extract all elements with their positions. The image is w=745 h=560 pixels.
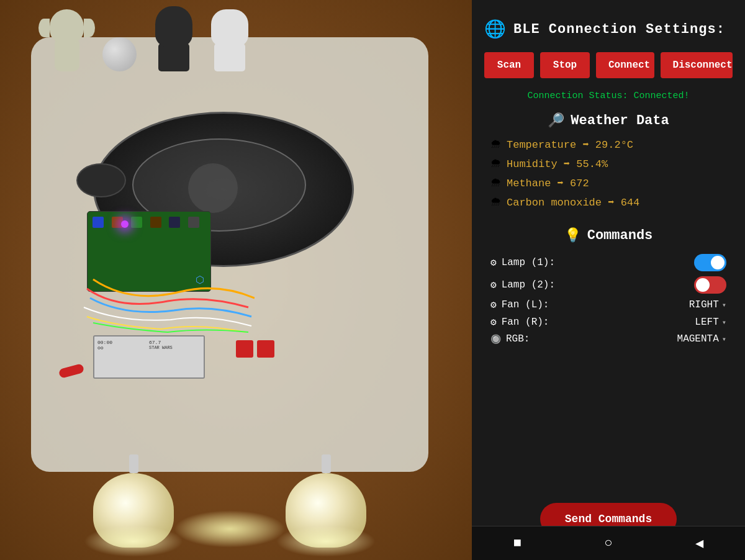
red-button-2	[257, 340, 274, 358]
scan-button[interactable]: Scan	[484, 52, 534, 78]
photo-background: ⬡ 00:00 67.7 ⊙⊙ STAR WARS	[0, 0, 472, 560]
methane-value: Methane ➡ 672	[507, 176, 589, 189]
fan-r-row: ⚙ Fan (R): LEFT ▾	[484, 316, 733, 328]
lamp-left	[93, 454, 174, 548]
fan-r-label: ⚙ Fan (R):	[490, 316, 549, 328]
ble-title: BLE Connection Settings:	[513, 22, 725, 37]
lamp-neck-left	[129, 454, 138, 473]
ble-header: 🌐 BLE Connection Settings:	[484, 19, 733, 40]
display-content: 00:00 67.7 ⊙⊙ STAR WARS	[94, 336, 204, 354]
photo-panel: ⬡ 00:00 67.7 ⊙⊙ STAR WARS	[0, 0, 472, 560]
weather-methane-row: 🌨 Methane ➡ 672	[484, 176, 733, 189]
weather-search-icon: 🔎	[548, 112, 564, 129]
display-cell-2: 67.7	[149, 340, 201, 345]
figurines-area	[50, 6, 248, 71]
display-cell-1: 00:00	[97, 340, 149, 345]
lamp1-label: ⚙ Lamp (1):	[490, 256, 555, 269]
yoda-body	[55, 40, 79, 71]
globe-icon: 🌐	[484, 19, 506, 40]
lamp1-toggle-track	[694, 254, 726, 271]
fan-l-label: ⚙ Fan (L):	[490, 299, 549, 311]
red-button-1	[236, 340, 253, 358]
stormtrooper-figure	[211, 9, 248, 71]
lamp-bulb-right	[286, 473, 366, 548]
purple-led	[121, 220, 129, 228]
rgb-dropdown[interactable]: MAGENTA ▾	[677, 333, 726, 345]
vader-figure	[155, 6, 192, 71]
wires-svg	[81, 273, 255, 335]
co-value: Carbon monoxide ➡ 644	[507, 196, 639, 209]
weather-co-row: 🌨 Carbon monoxide ➡ 644	[484, 196, 733, 209]
fan-r-dropdown[interactable]: LEFT ▾	[695, 317, 726, 328]
yoda-right-ear	[84, 19, 95, 37]
commands-title: Commands	[587, 228, 653, 243]
fan-l-row: ⚙ Fan (L): RIGHT ▾	[484, 299, 733, 311]
disconnect-button[interactable]: Disconnect	[661, 52, 733, 78]
lamp2-gear-icon: ⚙	[490, 279, 497, 291]
rgb-row: 🔘 RGB: MAGENTA ▾	[484, 333, 733, 345]
lamp1-gear-icon: ⚙	[490, 256, 497, 269]
rgb-label: 🔘 RGB:	[490, 333, 530, 345]
sphere-object	[102, 37, 137, 71]
lamp-right	[286, 454, 366, 548]
connect-button[interactable]: Connect	[596, 52, 654, 78]
stop-button[interactable]: Stop	[540, 52, 590, 78]
lamp1-text: Lamp (1):	[502, 257, 555, 268]
lamp2-toggle[interactable]	[694, 276, 726, 294]
component-1	[93, 217, 104, 228]
yoda-left-ear	[38, 19, 50, 37]
fan-l-gear-icon: ⚙	[490, 299, 497, 311]
fan-l-dropdown[interactable]: RIGHT ▾	[689, 299, 726, 310]
lamp-glow-left	[84, 526, 183, 557]
weather-humidity-row: 🌨 Humidity ➡ 55.4%	[484, 157, 733, 170]
lamp2-label: ⚙ Lamp (2):	[490, 279, 555, 291]
commands-header: 💡 Commands	[484, 227, 733, 244]
lamp2-text: Lamp (2):	[502, 279, 555, 291]
ble-control-panel: 🌐 BLE Connection Settings: Scan Stop Con…	[472, 0, 745, 560]
lamp-bulb-left	[93, 473, 174, 548]
component-6	[188, 217, 199, 228]
eink-display: 00:00 67.7 ⊙⊙ STAR WARS	[93, 335, 205, 379]
fan-r-text: Fan (R):	[502, 317, 549, 328]
rgb-dots-icon: 🔘	[490, 334, 501, 345]
weather-header: 🔎 Weather Data	[484, 112, 733, 129]
fan-r-chevron-icon: ▾	[722, 318, 726, 327]
component-4	[150, 217, 161, 228]
fan-r-gear-icon: ⚙	[490, 316, 497, 328]
component-3	[131, 217, 142, 228]
display-cell-4: STAR WARS	[149, 345, 201, 351]
nav-back-icon[interactable]: ◀	[695, 535, 703, 552]
wires-area	[81, 273, 255, 335]
temperature-icon: 🌨	[490, 138, 502, 151]
humidity-value: Humidity ➡ 55.4%	[507, 157, 608, 170]
red-buttons	[236, 340, 274, 358]
nav-square-icon[interactable]: ■	[513, 536, 522, 551]
weather-title: Weather Data	[571, 113, 669, 129]
lamps-area	[37, 454, 422, 548]
component-5	[169, 217, 180, 228]
lamp1-toggle[interactable]	[694, 254, 726, 271]
temperature-value: Temperature ➡ 29.2°C	[507, 138, 633, 151]
yoda-figure	[50, 9, 84, 71]
rgb-text: RGB:	[506, 333, 530, 345]
yoda-head	[50, 9, 84, 43]
control-buttons-row: Scan Stop Connect Disconnect	[484, 52, 733, 78]
lamp2-toggle-thumb	[696, 278, 710, 292]
display-cell-3: ⊙⊙	[97, 345, 149, 351]
vader-helmet	[155, 6, 192, 47]
commands-bulb-icon: 💡	[564, 227, 581, 244]
lamp1-row: ⚙ Lamp (1):	[484, 254, 733, 271]
connection-status: Connection Status: Connected!	[484, 91, 733, 101]
methane-icon: 🌨	[490, 176, 502, 189]
weather-temperature-row: 🌨 Temperature ➡ 29.2°C	[484, 138, 733, 151]
falcon-center	[188, 163, 238, 213]
co-icon: 🌨	[490, 196, 502, 209]
falcon-cockpit	[76, 163, 126, 197]
nav-circle-icon[interactable]: ○	[604, 536, 612, 551]
fan-r-value: LEFT	[695, 317, 718, 328]
trooper-body	[214, 43, 245, 71]
lamp2-toggle-track	[694, 276, 726, 294]
rgb-value: MAGENTA	[677, 333, 719, 345]
bottom-navigation: ■ ○ ◀	[472, 526, 745, 560]
component-grid	[88, 212, 210, 233]
